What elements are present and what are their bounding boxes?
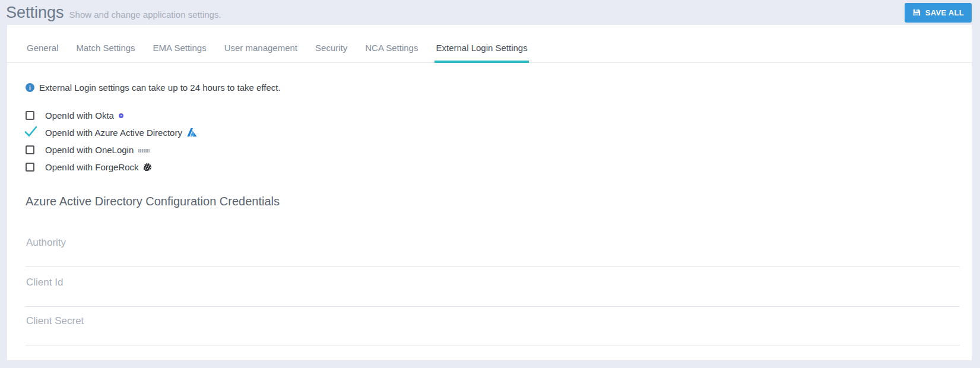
authority-field-wrap (26, 237, 960, 267)
info-banner-text: External Login settings can take up to 2… (39, 83, 281, 93)
settings-card: General Match Settings EMA Settings User… (7, 25, 972, 360)
provider-row-onelogin: OpenId with OneLogin (26, 141, 972, 158)
provider-label-forgerock: OpenId with ForgeRock (45, 162, 139, 172)
login-provider-list: OpenId with Okta OpenId with Azure Activ… (26, 107, 972, 176)
save-all-button-label: SAVE ALL (925, 8, 964, 17)
save-icon (912, 8, 921, 17)
okta-checkbox[interactable] (26, 111, 34, 120)
page-header: Settings Show and change application set… (0, 0, 980, 25)
provider-label-azure: OpenId with Azure Active Directory (45, 128, 182, 138)
tab-user-management[interactable]: User management (223, 39, 299, 63)
page-subtitle: Show and change application settings. (69, 6, 221, 20)
tab-security[interactable]: Security (314, 39, 348, 63)
tab-nca-settings[interactable]: NCA Settings (364, 39, 419, 63)
azure-icon (187, 128, 197, 137)
info-icon: i (26, 83, 34, 92)
client-id-input[interactable] (26, 277, 960, 307)
authority-input[interactable] (26, 237, 960, 267)
okta-icon (119, 113, 123, 118)
provider-label-okta: OpenId with Okta (45, 110, 114, 120)
tab-match-settings[interactable]: Match Settings (75, 39, 136, 63)
tab-external-login-settings[interactable]: External Login Settings (435, 39, 528, 63)
forgerock-checkbox[interactable] (26, 163, 34, 172)
azure-checkbox-checked[interactable] (24, 126, 37, 139)
credentials-section-heading: Azure Active Directory Configuration Cre… (26, 195, 972, 208)
onelogin-checkbox[interactable] (26, 145, 34, 154)
provider-label-onelogin: OpenId with OneLogin (45, 145, 134, 155)
provider-row-azure: OpenId with Azure Active Directory (26, 124, 972, 141)
provider-row-okta: OpenId with Okta (26, 107, 972, 124)
client-secret-input[interactable] (26, 315, 960, 345)
credentials-form (26, 237, 960, 345)
tab-ema-settings[interactable]: EMA Settings (152, 39, 208, 63)
save-all-button[interactable]: SAVE ALL (905, 3, 972, 23)
info-banner: i External Login settings can take up to… (26, 83, 972, 93)
page-title: Settings (6, 5, 64, 21)
client-secret-field-wrap (26, 315, 960, 345)
settings-tabbar: General Match Settings EMA Settings User… (7, 25, 972, 63)
onelogin-icon (138, 148, 150, 153)
tab-general[interactable]: General (26, 39, 59, 63)
provider-row-forgerock: OpenId with ForgeRock (26, 158, 972, 176)
forgerock-icon (144, 163, 151, 171)
client-id-field-wrap (26, 277, 960, 307)
